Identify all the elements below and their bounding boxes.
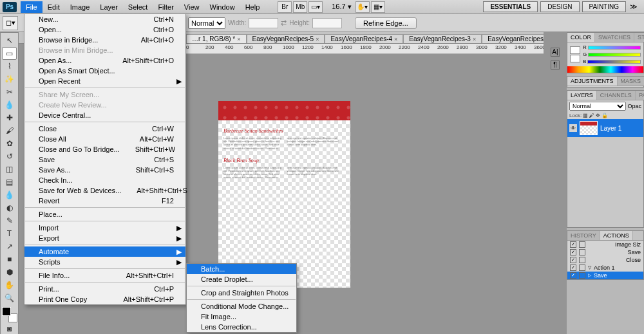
height-input[interactable] — [312, 18, 342, 28]
tab-actions[interactable]: ACTIONS — [600, 231, 633, 240]
arrange-icon[interactable]: ▦▾ — [371, 1, 385, 13]
menu-view[interactable]: View — [179, 1, 205, 13]
menu-layer[interactable]: Layer — [95, 1, 123, 13]
menu-item[interactable]: Lens Correction... — [187, 322, 296, 332]
history-brush-tool[interactable]: ↺ — [2, 150, 17, 163]
zoom-tool[interactable]: 🔍 — [2, 292, 17, 304]
tab-channels[interactable]: CHANNELS — [597, 91, 636, 100]
stamp-tool[interactable]: ✿ — [2, 137, 17, 150]
move-tool[interactable]: ↖ — [2, 34, 17, 47]
3d-tool[interactable]: ⬢ — [2, 266, 17, 279]
tab-adjustments[interactable]: ADJUSTMENTS — [567, 77, 618, 86]
menu-item[interactable]: Check In... — [24, 175, 185, 185]
workspace-essentials[interactable]: ESSENTIALS — [483, 1, 538, 12]
menu-item[interactable]: Save for Web & Devices...Alt+Shift+Ctrl+… — [24, 185, 185, 196]
lock-all-icon[interactable]: 🔒 — [601, 113, 608, 118]
menu-item[interactable]: Import▶ — [24, 223, 185, 233]
menu-item[interactable]: Save As...Shift+Ctrl+S — [24, 165, 185, 175]
menu-item[interactable]: Batch... — [187, 264, 296, 274]
action-row[interactable]: ✓Close — [567, 256, 643, 264]
menu-item[interactable]: Scripts▶ — [24, 257, 185, 267]
tab-masks[interactable]: MASKS — [618, 77, 644, 86]
refine-edge-button[interactable]: Refine Edge... — [355, 17, 417, 29]
menu-item[interactable]: Print One CopyAlt+Shift+Ctrl+P — [24, 294, 185, 304]
menu-item[interactable]: RevertF12 — [24, 196, 185, 206]
tab-swatches[interactable]: SWATCHES — [595, 33, 634, 42]
menu-item[interactable]: Print...Ctrl+P — [24, 284, 185, 294]
para-panel-icon[interactable]: ¶ — [551, 60, 560, 70]
marquee-tool[interactable]: ▭ — [2, 47, 17, 60]
fg-bg-colors[interactable] — [2, 307, 17, 322]
hand-icon[interactable]: ✋▾ — [355, 1, 370, 13]
tab-styles[interactable]: STYL — [634, 33, 644, 42]
menu-item[interactable]: Conditional Mode Change... — [187, 301, 296, 311]
document-canvas[interactable]: Barbecue Seitan Sandwiches Lorem ipsum d… — [218, 101, 350, 288]
visibility-icon[interactable]: 👁 — [569, 124, 577, 132]
wand-tool[interactable]: ✨ — [2, 73, 17, 86]
r-slider[interactable] — [588, 46, 641, 50]
menu-select[interactable]: Select — [123, 1, 153, 13]
layer-name[interactable]: Layer 1 — [600, 125, 621, 132]
spectrum-picker[interactable] — [567, 66, 643, 73]
blend-mode-select[interactable]: Normal — [188, 17, 225, 29]
menu-item[interactable]: Automate▶ — [24, 246, 185, 257]
menu-item[interactable]: Device Central... — [24, 110, 185, 120]
lock-trans-icon[interactable]: ▦ — [583, 113, 588, 118]
menu-item[interactable]: Open As Smart Object... — [24, 66, 185, 76]
action-row[interactable]: ✓Image Siz — [567, 241, 643, 248]
doc-tab[interactable]: EasyVeganRecipes-4× — [325, 34, 403, 43]
gradient-tool[interactable]: ▤ — [2, 176, 17, 189]
close-icon[interactable]: × — [316, 36, 319, 42]
menu-item[interactable]: Export▶ — [24, 233, 185, 243]
width-input[interactable] — [249, 18, 278, 28]
screen-mode-icon[interactable]: ▭▾ — [308, 1, 323, 13]
tab-history[interactable]: HISTORY — [567, 231, 600, 240]
close-icon[interactable]: × — [237, 36, 240, 42]
bridge-icon[interactable]: Br — [278, 1, 292, 13]
action-row-selected[interactable]: ✓▷Save — [567, 272, 643, 279]
zoom-level[interactable]: 16.7 ▾ — [329, 3, 354, 11]
fg-swatch[interactable] — [570, 46, 580, 54]
menu-item[interactable]: Close and Go To Bridge...Shift+Ctrl+W — [24, 144, 185, 154]
minibridge-icon[interactable]: Mb — [293, 1, 307, 13]
menu-item[interactable]: Fit Image... — [187, 311, 296, 322]
lock-paint-icon[interactable]: 🖌 — [589, 113, 594, 118]
action-row[interactable]: ✓▽Action 1 — [567, 264, 643, 272]
pen-tool[interactable]: ✎ — [2, 214, 17, 227]
doc-tab[interactable]: …r 1, RGB/8) *× — [186, 34, 247, 43]
menu-window[interactable]: Window — [205, 1, 240, 13]
b-slider[interactable] — [587, 60, 641, 64]
menu-item[interactable]: New...Ctrl+N — [24, 14, 185, 24]
action-row[interactable]: ✓Save — [567, 248, 643, 256]
eyedropper-tool[interactable]: 💧 — [2, 98, 17, 111]
menu-item[interactable]: Crop and Straighten Photos — [187, 288, 296, 298]
menu-item[interactable]: File Info...Alt+Shift+Ctrl+I — [24, 270, 185, 281]
lasso-tool[interactable]: ⌇ — [2, 60, 17, 73]
lock-move-icon[interactable]: ✥ — [596, 113, 600, 118]
eraser-tool[interactable]: ◫ — [2, 163, 17, 176]
blend-mode-select[interactable]: Normal — [569, 102, 626, 111]
menu-item[interactable]: Place... — [24, 209, 185, 219]
layer-row[interactable]: 👁 Layer 1 — [567, 119, 643, 137]
menu-item[interactable]: CloseCtrl+W — [24, 124, 185, 134]
workspace-painting[interactable]: PAINTING — [582, 1, 626, 12]
tab-layers[interactable]: LAYERS — [567, 91, 597, 100]
quickmask-tool[interactable]: ◙ — [2, 322, 17, 334]
char-panel-icon[interactable]: A| — [551, 48, 560, 57]
swap-dims-icon[interactable]: ⇄ — [281, 19, 287, 27]
brush-tool[interactable]: 🖌 — [2, 124, 17, 137]
workspace-more-icon[interactable]: ≫ — [626, 3, 641, 11]
hand-tool[interactable]: ✋ — [2, 279, 17, 292]
close-icon[interactable]: × — [473, 36, 476, 42]
menu-item[interactable]: Open...Ctrl+O — [24, 24, 185, 35]
menu-item[interactable]: Open As...Alt+Shift+Ctrl+O — [24, 55, 185, 66]
menu-image[interactable]: Image — [65, 1, 95, 13]
menu-file[interactable]: File — [21, 1, 43, 13]
close-icon[interactable]: × — [394, 36, 397, 42]
tab-color[interactable]: COLOR — [567, 33, 595, 42]
heal-tool[interactable]: ✚ — [2, 111, 17, 124]
doc-tab[interactable]: EasyVeganRecipes-3× — [403, 34, 482, 43]
crop-tool[interactable]: ✂ — [2, 86, 17, 98]
path-select-tool[interactable]: ↗ — [2, 240, 17, 253]
bg-swatch[interactable] — [570, 55, 580, 62]
